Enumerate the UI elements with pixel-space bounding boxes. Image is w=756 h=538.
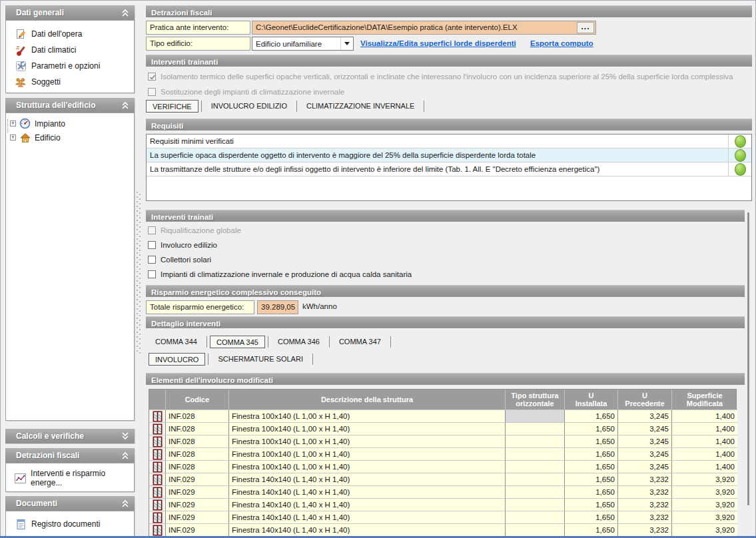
tab-comma-344[interactable]: COMMA 344 [149, 335, 204, 348]
table-header-u-precedente[interactable]: UPrecedente [618, 390, 672, 409]
requisito-row[interactable]: La trasmittanze delle strutture e/o degl… [147, 162, 751, 176]
splitter-handle[interactable] [137, 192, 141, 354]
tab-comma-346[interactable]: COMMA 346 [271, 335, 326, 348]
checkbox-unchecked-icon[interactable] [148, 270, 156, 278]
tab-climatizzazione-invernale[interactable]: CLIMATIZZAZIONE INVERNALE [300, 99, 421, 112]
tree-expander-icon[interactable]: + [10, 134, 16, 140]
table-row[interactable]: INF.029 Finestra 140x140 (L 1,40 x H 1,4… [149, 473, 736, 485]
table-row[interactable]: INF.028 Finestra 100x140 (L 1,00 x H 1,4… [149, 447, 736, 460]
table-header-codice[interactable]: Codice [166, 390, 229, 409]
table-row[interactable]: INF.028 Finestra 100x140 (L 1,00 x H 1,4… [149, 460, 736, 473]
table-row[interactable]: INF.029 Finestra 140x140 (L 1,40 x H 1,4… [149, 523, 736, 536]
document-pencil-icon [14, 28, 27, 40]
tab-separator [329, 336, 330, 348]
status-green-icon [735, 135, 746, 148]
chart-icon [14, 472, 27, 484]
chevron-double-down-icon[interactable] [121, 432, 129, 440]
tab-involucro-edilizio[interactable]: INVOLUCRO EDILIZIO [204, 99, 294, 112]
interventi-trainanti-title: Interventi trainanti [146, 55, 752, 67]
table-row[interactable]: INF.029 Finestra 140x140 (L 1,40 x H 1,4… [149, 485, 736, 498]
main-tab-bar: VERIFICHE INVOLUCRO EDILIZIO CLIMATIZZAZ… [146, 99, 427, 115]
panel-header-struttura[interactable]: Struttura dell'edificio [5, 98, 135, 113]
esporta-computo-link[interactable]: Esporta computo [530, 39, 593, 47]
tab-separator [296, 101, 297, 112]
chevron-down-icon[interactable] [340, 37, 353, 50]
checkbox-riqualificazione-globale[interactable]: Riqualificazione globale [148, 225, 241, 236]
checkbox-sostituzione-impianti[interactable]: Sostituzione degli impianti di climatizz… [148, 87, 344, 97]
sidebar-item-dati-climatici[interactable]: Dati climatici [6, 42, 134, 58]
status-green-icon [735, 163, 746, 176]
risparmio-title: Risparmio energetico complessivo consegu… [146, 285, 745, 297]
chevron-double-up-icon[interactable] [121, 499, 129, 507]
checkbox-involucro-edilizio[interactable]: Involucro edilizio [148, 240, 217, 250]
sidebar-item-interventi-risparmio[interactable]: Interventi e risparmio energe... [6, 470, 134, 486]
table-row[interactable]: INF.028 Finestra 100x140 (L 1,00 x H 1,4… [149, 422, 736, 435]
window-icon [149, 435, 166, 447]
tree-expander-icon[interactable]: + [10, 121, 16, 127]
panel-detrazioni: Interventi e risparmio energe... [5, 463, 135, 492]
tab-involucro[interactable]: INVOLUCRO [149, 353, 205, 366]
panel-dati-generali: Dati dell'opera Dati climatici Parametri… [5, 20, 135, 93]
table-header-descrizione[interactable]: Descrizione della struttura [229, 390, 506, 409]
sidebar-item-registro-documenti[interactable]: Registro documenti [6, 516, 134, 532]
chevron-double-up-icon[interactable] [121, 451, 129, 459]
tab-separator [390, 336, 391, 348]
elementi-involucro-title: Elementi dell'involucro modificati [146, 373, 745, 385]
tree-connector-line [7, 119, 8, 133]
interventi-trainati-title: Interventi trainati [146, 210, 745, 222]
panel-header-calcoli[interactable]: Calcoli e verifiche [5, 429, 135, 443]
panel-header-documenti[interactable]: Documenti [5, 496, 135, 511]
table-header-tipo-struttura[interactable]: Tipo strutturaorizzontale [506, 390, 565, 409]
sidebar-item-parametri-opzioni[interactable]: Parametri e opzioni [6, 58, 134, 74]
table-row[interactable]: INF.029 Finestra 140x140 (L 1,40 x H 1,4… [149, 498, 736, 511]
house-icon [19, 132, 31, 143]
app-window: Dati generali Dati dell'opera Dati clima… [0, 0, 756, 538]
chevron-double-up-icon[interactable] [121, 101, 129, 109]
tab-comma-345[interactable]: COMMA 345 [210, 336, 265, 348]
checkbox-isolamento-termico[interactable]: Isolamento termico delle superfici opach… [148, 71, 733, 82]
table-header-superficie[interactable]: SuperficieModificata [672, 390, 737, 409]
tree-item-edificio[interactable]: + Edificio [6, 131, 134, 144]
panel-header-detrazioni[interactable]: Detrazioni fiscali [5, 448, 135, 463]
requisito-row-selected[interactable]: La superficie opaca disperdente oggetto … [147, 148, 751, 162]
table-header-u-installata[interactable]: UInstallata [565, 390, 618, 409]
tab-comma-347[interactable]: COMMA 347 [332, 335, 388, 348]
tipo-edificio-select[interactable]: Edificio unifamiliare [252, 37, 354, 51]
pratica-label: Pratica ante intervento: [146, 21, 250, 35]
panel-header-dati-generali[interactable]: Dati generali [5, 5, 135, 20]
checkbox-unchecked-icon[interactable] [148, 256, 156, 264]
vertical-scrollbar[interactable] [747, 212, 749, 505]
requisito-row[interactable]: Requisiti minimi verificati [147, 134, 751, 148]
sidebar-item-soggetti[interactable]: Soggetti [6, 74, 134, 90]
dettaglio-title: Dettaglio interventi [146, 316, 745, 328]
checkbox-unchecked-icon[interactable] [148, 226, 156, 234]
table-row[interactable]: INF.028 Finestra 100x140 (L 1,00 x H 1,4… [149, 409, 736, 422]
tree-item-impianto[interactable]: + Impianto [6, 117, 134, 131]
risparmio-unit: kWh/anno [302, 302, 337, 310]
table-row[interactable]: INF.029 Finestra 140x140 (L 1,40 x H 1,4… [149, 511, 736, 523]
chevron-double-up-icon[interactable] [121, 9, 129, 17]
checkbox-unchecked-icon[interactable] [148, 88, 156, 96]
table-header-row: Codice Descrizione della struttura Tipo … [149, 390, 736, 409]
elementi-table: Codice Descrizione della struttura Tipo … [149, 389, 737, 537]
table-header-icon-col [149, 390, 166, 409]
requisiti-list: Requisiti minimi verificati La superfici… [146, 134, 752, 201]
panel-struttura: + Impianto + Edificio [5, 113, 135, 421]
table-row[interactable]: INF.028 Finestra 100x140 (L 1,00 x H 1,4… [149, 435, 736, 447]
tab-separator [206, 336, 207, 348]
totale-risparmio-value[interactable]: 39.289,05 [257, 300, 298, 314]
sidebar-item-dati-opera[interactable]: Dati dell'opera [6, 26, 134, 42]
status-green-icon [735, 149, 746, 162]
checkbox-collettori-solari[interactable]: Collettori solari [148, 254, 211, 265]
checkbox-impianti-climatizzazione[interactable]: Impianti di climatizzazione invernale e … [148, 269, 412, 280]
tab-verifiche[interactable]: VERIFICHE [146, 100, 198, 113]
checkbox-unchecked-icon[interactable] [148, 241, 156, 249]
checkbox-checked-icon[interactable] [148, 73, 156, 81]
tab-separator [208, 354, 208, 365]
pratica-path-field[interactable]: C:\Geonet\EuclideCertificazione\DATA\Ese… [252, 21, 596, 35]
clipboard-icon [14, 518, 27, 530]
tab-schermature-solari[interactable]: SCHERMATURE SOLARI [211, 352, 310, 365]
window-icon [149, 422, 166, 435]
browse-button[interactable]: ... [577, 22, 594, 33]
visualizza-edita-link[interactable]: Visualizza/Edita superfici lorde disperd… [360, 39, 516, 47]
